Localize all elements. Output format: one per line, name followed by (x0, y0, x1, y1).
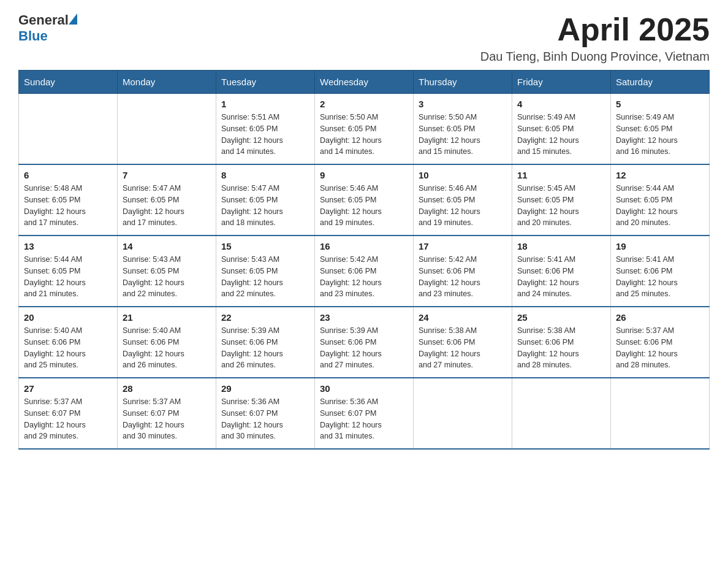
calendar-cell: 24Sunrise: 5:38 AM Sunset: 6:06 PM Dayli… (414, 307, 512, 378)
day-number: 12 (616, 170, 704, 180)
day-number: 27 (24, 383, 112, 394)
header-right: April 2025 Dau Tieng, Binh Duong Provinc… (480, 12, 710, 64)
day-info: Sunrise: 5:49 AM Sunset: 6:05 PM Dayligh… (517, 112, 605, 158)
day-number: 22 (221, 312, 309, 323)
column-header-sunday: Sunday (19, 71, 118, 94)
calendar-cell (512, 378, 611, 449)
logo: General Blue (18, 12, 77, 44)
day-number: 25 (517, 312, 605, 323)
day-info: Sunrise: 5:40 AM Sunset: 6:06 PM Dayligh… (123, 325, 211, 371)
calendar-cell: 10Sunrise: 5:46 AM Sunset: 6:05 PM Dayli… (414, 164, 512, 236)
calendar-week-row: 6Sunrise: 5:48 AM Sunset: 6:05 PM Daylig… (19, 164, 710, 236)
month-year-title: April 2025 (480, 12, 710, 47)
day-number: 1 (221, 99, 309, 109)
calendar-cell: 17Sunrise: 5:42 AM Sunset: 6:06 PM Dayli… (414, 236, 512, 307)
calendar-cell: 30Sunrise: 5:36 AM Sunset: 6:07 PM Dayli… (315, 378, 414, 449)
logo-triangle-icon (69, 13, 77, 25)
location-subtitle: Dau Tieng, Binh Duong Province, Vietnam (480, 50, 710, 64)
calendar-cell: 18Sunrise: 5:41 AM Sunset: 6:06 PM Dayli… (512, 236, 611, 307)
calendar-cell: 23Sunrise: 5:39 AM Sunset: 6:06 PM Dayli… (315, 307, 414, 378)
day-info: Sunrise: 5:42 AM Sunset: 6:06 PM Dayligh… (320, 254, 408, 300)
calendar-week-row: 1Sunrise: 5:51 AM Sunset: 6:05 PM Daylig… (19, 94, 710, 165)
day-info: Sunrise: 5:51 AM Sunset: 6:05 PM Dayligh… (221, 112, 309, 158)
calendar-cell (414, 378, 512, 449)
day-number: 29 (221, 383, 309, 394)
day-info: Sunrise: 5:45 AM Sunset: 6:05 PM Dayligh… (517, 183, 605, 229)
day-number: 23 (320, 312, 408, 323)
calendar-week-row: 27Sunrise: 5:37 AM Sunset: 6:07 PM Dayli… (19, 378, 710, 449)
calendar-header-row: SundayMondayTuesdayWednesdayThursdayFrid… (19, 71, 710, 94)
calendar-cell: 13Sunrise: 5:44 AM Sunset: 6:05 PM Dayli… (19, 236, 118, 307)
day-number: 30 (320, 383, 408, 394)
day-info: Sunrise: 5:41 AM Sunset: 6:06 PM Dayligh… (616, 254, 704, 300)
day-number: 15 (221, 241, 309, 251)
day-number: 8 (221, 170, 309, 180)
calendar-cell: 9Sunrise: 5:46 AM Sunset: 6:05 PM Daylig… (315, 164, 414, 236)
calendar-cell: 27Sunrise: 5:37 AM Sunset: 6:07 PM Dayli… (19, 378, 118, 449)
calendar-cell: 12Sunrise: 5:44 AM Sunset: 6:05 PM Dayli… (611, 164, 710, 236)
calendar-cell: 20Sunrise: 5:40 AM Sunset: 6:06 PM Dayli… (19, 307, 118, 378)
day-info: Sunrise: 5:50 AM Sunset: 6:05 PM Dayligh… (320, 112, 408, 158)
day-number: 13 (24, 241, 112, 251)
day-number: 17 (419, 241, 507, 251)
calendar-cell: 26Sunrise: 5:37 AM Sunset: 6:06 PM Dayli… (611, 307, 710, 378)
day-info: Sunrise: 5:40 AM Sunset: 6:06 PM Dayligh… (24, 325, 112, 371)
calendar-cell: 5Sunrise: 5:49 AM Sunset: 6:05 PM Daylig… (611, 94, 710, 165)
logo-blue-text: Blue (18, 28, 48, 44)
calendar-cell: 4Sunrise: 5:49 AM Sunset: 6:05 PM Daylig… (512, 94, 611, 165)
day-info: Sunrise: 5:46 AM Sunset: 6:05 PM Dayligh… (320, 183, 408, 229)
calendar-week-row: 20Sunrise: 5:40 AM Sunset: 6:06 PM Dayli… (19, 307, 710, 378)
day-info: Sunrise: 5:46 AM Sunset: 6:05 PM Dayligh… (419, 183, 507, 229)
page-header: General Blue April 2025 Dau Tieng, Binh … (18, 12, 710, 64)
calendar-cell: 3Sunrise: 5:50 AM Sunset: 6:05 PM Daylig… (414, 94, 512, 165)
day-number: 10 (419, 170, 507, 180)
calendar-cell: 14Sunrise: 5:43 AM Sunset: 6:05 PM Dayli… (118, 236, 216, 307)
day-info: Sunrise: 5:37 AM Sunset: 6:07 PM Dayligh… (123, 396, 211, 442)
calendar-cell (611, 378, 710, 449)
day-number: 18 (517, 241, 605, 251)
day-info: Sunrise: 5:47 AM Sunset: 6:05 PM Dayligh… (221, 183, 309, 229)
day-info: Sunrise: 5:43 AM Sunset: 6:05 PM Dayligh… (123, 254, 211, 300)
calendar-cell: 28Sunrise: 5:37 AM Sunset: 6:07 PM Dayli… (118, 378, 216, 449)
calendar-cell: 7Sunrise: 5:47 AM Sunset: 6:05 PM Daylig… (118, 164, 216, 236)
column-header-thursday: Thursday (414, 71, 512, 94)
day-number: 7 (123, 170, 211, 180)
day-number: 20 (24, 312, 112, 323)
day-info: Sunrise: 5:37 AM Sunset: 6:06 PM Dayligh… (616, 325, 704, 371)
calendar-week-row: 13Sunrise: 5:44 AM Sunset: 6:05 PM Dayli… (19, 236, 710, 307)
day-info: Sunrise: 5:39 AM Sunset: 6:06 PM Dayligh… (221, 325, 309, 371)
day-info: Sunrise: 5:38 AM Sunset: 6:06 PM Dayligh… (419, 325, 507, 371)
day-number: 4 (517, 99, 605, 109)
column-header-monday: Monday (118, 71, 216, 94)
day-number: 16 (320, 241, 408, 251)
day-number: 5 (616, 99, 704, 109)
calendar-cell: 6Sunrise: 5:48 AM Sunset: 6:05 PM Daylig… (19, 164, 118, 236)
day-number: 3 (419, 99, 507, 109)
day-number: 14 (123, 241, 211, 251)
calendar-cell: 25Sunrise: 5:38 AM Sunset: 6:06 PM Dayli… (512, 307, 611, 378)
calendar-cell: 1Sunrise: 5:51 AM Sunset: 6:05 PM Daylig… (216, 94, 315, 165)
day-number: 19 (616, 241, 704, 251)
day-number: 24 (419, 312, 507, 323)
day-info: Sunrise: 5:43 AM Sunset: 6:05 PM Dayligh… (221, 254, 309, 300)
day-number: 11 (517, 170, 605, 180)
day-info: Sunrise: 5:41 AM Sunset: 6:06 PM Dayligh… (517, 254, 605, 300)
day-info: Sunrise: 5:39 AM Sunset: 6:06 PM Dayligh… (320, 325, 408, 371)
column-header-friday: Friday (512, 71, 611, 94)
day-info: Sunrise: 5:48 AM Sunset: 6:05 PM Dayligh… (24, 183, 112, 229)
calendar-cell: 22Sunrise: 5:39 AM Sunset: 6:06 PM Dayli… (216, 307, 315, 378)
day-info: Sunrise: 5:49 AM Sunset: 6:05 PM Dayligh… (616, 112, 704, 158)
day-number: 6 (24, 170, 112, 180)
column-header-tuesday: Tuesday (216, 71, 315, 94)
calendar-cell (118, 94, 216, 165)
calendar-cell: 11Sunrise: 5:45 AM Sunset: 6:05 PM Dayli… (512, 164, 611, 236)
day-number: 9 (320, 170, 408, 180)
day-info: Sunrise: 5:47 AM Sunset: 6:05 PM Dayligh… (123, 183, 211, 229)
calendar-cell: 2Sunrise: 5:50 AM Sunset: 6:05 PM Daylig… (315, 94, 414, 165)
day-info: Sunrise: 5:44 AM Sunset: 6:05 PM Dayligh… (616, 183, 704, 229)
day-info: Sunrise: 5:36 AM Sunset: 6:07 PM Dayligh… (320, 396, 408, 442)
calendar-cell: 16Sunrise: 5:42 AM Sunset: 6:06 PM Dayli… (315, 236, 414, 307)
column-header-saturday: Saturday (611, 71, 710, 94)
day-number: 26 (616, 312, 704, 323)
day-info: Sunrise: 5:38 AM Sunset: 6:06 PM Dayligh… (517, 325, 605, 371)
